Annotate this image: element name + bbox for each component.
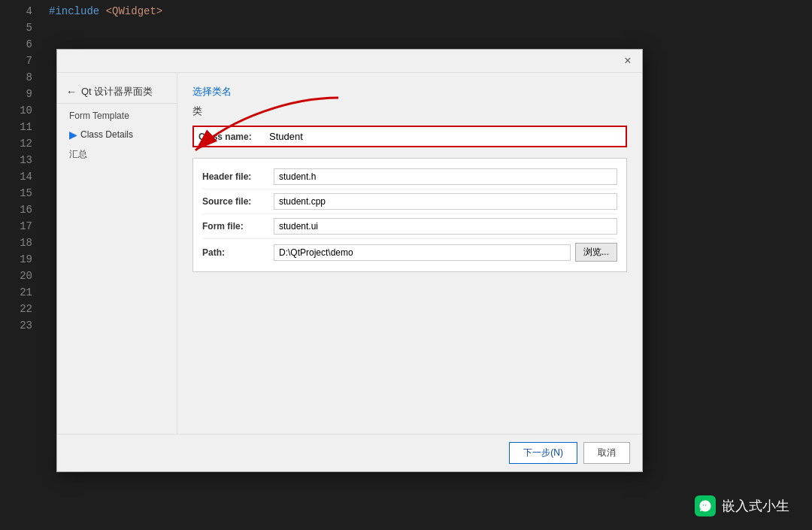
browse-button[interactable]: 浏览... — [575, 243, 617, 262]
classname-label: Class name: — [198, 132, 266, 142]
next-button[interactable]: 下一步(N) — [509, 442, 577, 464]
sidebar-item-label: Class Details — [80, 129, 133, 140]
close-button[interactable]: × — [621, 54, 635, 68]
dialog-header-row: ← Qt 设计器界面类 — [57, 80, 177, 104]
form-file-row: Form file: — [202, 214, 617, 239]
sidebar-item-class-details[interactable]: ▶ Class Details — [57, 125, 177, 144]
sidebar-item-form-template[interactable]: Form Template — [57, 107, 177, 125]
header-file-label: Header file: — [202, 171, 274, 182]
form-fields-section: Header file: Source file: Form file: Pat… — [192, 158, 627, 272]
header-file-input[interactable] — [274, 168, 617, 185]
sidebar-item-label: Form Template — [69, 111, 129, 121]
dialog-title: Qt 设计器界面类 — [81, 85, 153, 98]
path-input[interactable] — [274, 244, 571, 261]
classname-input[interactable] — [266, 129, 621, 144]
section-title: 选择类名 — [192, 85, 627, 98]
dialog-sidebar: ← Qt 设计器界面类 Form Template ▶ Class Detail… — [57, 73, 177, 434]
sidebar-arrow-icon: ▶ — [69, 129, 77, 141]
dialog-overlay: × ← Qt 设计器界面类 Form Template ▶ Class Deta… — [0, 0, 812, 530]
header-file-row: Header file: — [202, 165, 617, 189]
sidebar-item-label: 汇总 — [69, 148, 87, 161]
source-file-label: Source file: — [202, 196, 274, 207]
dialog-titlebar: × — [57, 50, 642, 73]
qt-wizard-dialog: × ← Qt 设计器界面类 Form Template ▶ Class Deta… — [56, 49, 643, 472]
form-file-label: Form file: — [202, 221, 274, 232]
path-label: Path: — [202, 247, 274, 258]
dialog-body: ← Qt 设计器界面类 Form Template ▶ Class Detail… — [57, 73, 642, 434]
source-file-input[interactable] — [274, 193, 617, 210]
cancel-button[interactable]: 取消 — [583, 442, 630, 464]
path-row: Path: 浏览... — [202, 239, 617, 265]
dialog-footer: 下一步(N) 取消 — [57, 434, 642, 471]
section-label: 类 — [192, 104, 627, 118]
form-file-input[interactable] — [274, 218, 617, 235]
source-file-row: Source file: — [202, 189, 617, 214]
classname-row: Class name: — [192, 126, 627, 147]
back-arrow-icon[interactable]: ← — [66, 86, 77, 98]
sidebar-item-summary[interactable]: 汇总 — [57, 144, 177, 165]
dialog-main-content: 选择类名 类 Class name: Header file: Source f… — [177, 73, 642, 434]
